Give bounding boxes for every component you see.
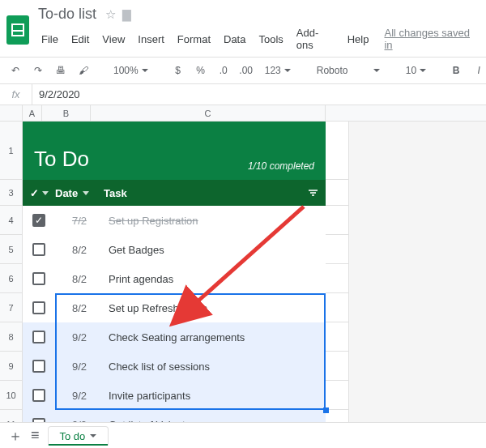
- table-row[interactable]: 8/2Set up Refreshments: [23, 293, 326, 322]
- zoom-dropdown[interactable]: 100%: [109, 65, 153, 76]
- table-row[interactable]: 9/2Invite participants: [23, 381, 326, 410]
- filter-caret-icon[interactable]: [83, 191, 89, 195]
- checkbox[interactable]: [32, 360, 45, 373]
- zoom-value: 100%: [113, 65, 139, 76]
- add-sheet-button[interactable]: ＋: [8, 426, 23, 446]
- checkbox[interactable]: [32, 272, 45, 285]
- formula-input[interactable]: [32, 84, 486, 105]
- cell-task[interactable]: Get Badges: [104, 244, 326, 256]
- cell-task[interactable]: Check list of sessions: [104, 361, 326, 373]
- save-status[interactable]: All changes saved in: [384, 27, 478, 51]
- cell-date[interactable]: 9/2: [55, 361, 104, 373]
- column-headers: A B C: [0, 105, 486, 122]
- font-size-dropdown[interactable]: 10: [401, 65, 431, 76]
- menu-file[interactable]: File: [36, 31, 64, 48]
- menu-insert[interactable]: Insert: [132, 31, 170, 48]
- col-date-label: Date: [55, 187, 78, 199]
- dec-more-button[interactable]: .00: [237, 61, 255, 80]
- cell-task[interactable]: Set up Registration: [104, 215, 326, 227]
- toolbar: ↶ ↷ 🖶 🖌 100% $ % .0 .00 123 Roboto 10 B …: [0, 57, 486, 84]
- empty-grid-area[interactable]: [348, 122, 486, 440]
- menu-format[interactable]: Format: [172, 31, 216, 48]
- chevron-down-icon: [142, 69, 148, 72]
- cell-date[interactable]: 9/2: [55, 331, 104, 343]
- table-row[interactable]: 8/2Print agendas: [23, 264, 326, 293]
- percent-button[interactable]: %: [192, 61, 210, 80]
- row-header[interactable]: 1: [0, 122, 23, 179]
- col-task-label: Task: [104, 187, 127, 199]
- menu-tools[interactable]: Tools: [253, 31, 288, 48]
- checkbox[interactable]: [32, 214, 45, 227]
- all-sheets-button[interactable]: ≡: [31, 427, 40, 444]
- menu-addons[interactable]: Add-ons: [291, 24, 340, 53]
- col-header-b[interactable]: B: [42, 105, 91, 121]
- table-row[interactable]: 9/2Check Seating arrangements: [23, 322, 326, 352]
- cell-task[interactable]: Invite participants: [104, 390, 326, 402]
- row-header[interactable]: 4: [0, 206, 23, 234]
- undo-button[interactable]: ↶: [6, 61, 24, 80]
- menu-bar: File Edit View Insert Format Data Tools …: [36, 24, 478, 53]
- currency-button[interactable]: $: [169, 61, 187, 80]
- fx-label: fx: [0, 84, 32, 105]
- hero-title: To Do: [34, 147, 89, 172]
- menu-edit[interactable]: Edit: [66, 31, 95, 48]
- filter-icon[interactable]: [309, 190, 318, 196]
- checkbox[interactable]: [32, 389, 45, 402]
- cell-date[interactable]: 8/2: [55, 244, 104, 256]
- sheets-app-icon[interactable]: [6, 15, 29, 45]
- cell-task[interactable]: Set up Refreshments: [104, 302, 326, 314]
- cell-date[interactable]: 8/2: [55, 302, 104, 314]
- checkbox[interactable]: [32, 331, 45, 343]
- row-header[interactable]: 9: [0, 352, 23, 380]
- checkbox[interactable]: [32, 243, 45, 256]
- check-icon: ✓: [30, 187, 39, 199]
- sheet-tab-label: To do: [60, 430, 86, 442]
- font-dropdown[interactable]: Roboto: [312, 65, 385, 76]
- chevron-down-icon: [420, 69, 426, 72]
- cell-date[interactable]: 8/2: [55, 273, 104, 285]
- row-header[interactable]: 8: [0, 322, 23, 351]
- dec-less-button[interactable]: .0: [215, 61, 232, 80]
- row-header[interactable]: 7: [0, 293, 23, 322]
- sheet-tabs-bar: ＋ ≡ To do: [0, 422, 486, 448]
- chevron-down-icon: [90, 434, 96, 437]
- col-header-c[interactable]: C: [91, 105, 326, 121]
- menu-data[interactable]: Data: [218, 31, 251, 48]
- row-header[interactable]: 3: [0, 180, 23, 205]
- move-folder-icon[interactable]: ▇: [122, 8, 131, 21]
- number-format-dropdown[interactable]: 123: [260, 65, 296, 76]
- cell-date[interactable]: 7/2: [55, 215, 104, 227]
- bold-button[interactable]: B: [447, 61, 465, 80]
- italic-button[interactable]: I: [470, 61, 486, 80]
- table-row[interactable]: 9/2Check list of sessions: [23, 352, 326, 381]
- selection-handle[interactable]: [323, 407, 329, 413]
- menu-help[interactable]: Help: [342, 31, 375, 48]
- select-all-corner[interactable]: [0, 105, 23, 121]
- row-header[interactable]: 6: [0, 264, 23, 292]
- filter-caret-icon[interactable]: [42, 191, 49, 195]
- hero-subtitle: 1/10 completed: [248, 160, 314, 172]
- sheet-tab[interactable]: To do: [48, 426, 109, 446]
- redo-button[interactable]: ↷: [29, 61, 47, 80]
- table-header: ✓ Date Task: [23, 180, 326, 206]
- chevron-down-icon: [284, 69, 291, 72]
- checkbox[interactable]: [32, 301, 45, 314]
- cell-task[interactable]: Print agendas: [104, 273, 326, 285]
- paint-format-button[interactable]: 🖌: [75, 61, 92, 80]
- star-icon[interactable]: ☆: [105, 7, 116, 22]
- print-button[interactable]: 🖶: [52, 61, 70, 80]
- row-header[interactable]: 10: [0, 381, 23, 409]
- table-row[interactable]: 8/2Get Badges: [23, 235, 326, 264]
- chevron-down-icon: [373, 69, 380, 72]
- row-header[interactable]: 5: [0, 235, 23, 263]
- hero-banner: To Do 1/10 completed: [23, 122, 326, 180]
- table-row[interactable]: 7/2Set up Registration: [23, 206, 326, 235]
- cell-date[interactable]: 9/2: [55, 390, 104, 402]
- cell-task[interactable]: Check Seating arrangements: [104, 331, 326, 343]
- doc-name[interactable]: To-do list: [36, 5, 99, 23]
- col-header-a[interactable]: A: [23, 105, 42, 121]
- menu-view[interactable]: View: [96, 31, 130, 48]
